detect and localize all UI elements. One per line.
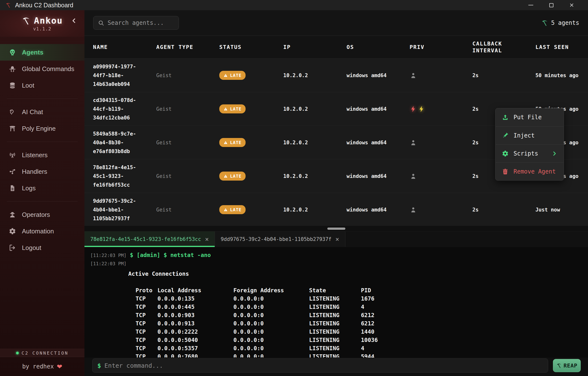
sidebar-item-loot[interactable]: Loot — [0, 77, 84, 94]
agent-callback-interval: 2s — [472, 207, 536, 213]
column-header-agent-type: AGENT TYPE — [156, 44, 219, 50]
menu-item-label: Scripts — [514, 150, 538, 157]
agent-row[interactable]: 9dd97675-39c2-4b04-bbe1-1105bb27937f Gei… — [84, 193, 588, 226]
menu-item-inject[interactable]: Inject — [495, 126, 564, 144]
terminal-tab[interactable]: 9dd97675-39c2-4b04-bbe1-1105bb27937f × — [215, 231, 345, 247]
antenna-icon — [9, 151, 16, 159]
agent-row[interactable]: a0909974-1977-44f7-b18e-14b63a0eb094 Gei… — [84, 59, 588, 92]
agent-ip: 10.2.0.2 — [283, 106, 346, 112]
terminal-resize-handle[interactable] — [327, 228, 345, 230]
sidebar-item-listeners[interactable]: Listeners — [0, 147, 84, 163]
agent-ip: 10.2.0.2 — [283, 73, 346, 78]
sidebar-item-logout[interactable]: Logout — [0, 240, 84, 256]
agent-type: Geist — [156, 140, 219, 146]
menu-item-label: Remove Agent — [514, 168, 556, 175]
menu-item-remove-agent[interactable]: Remove Agent — [495, 162, 564, 180]
minimize-icon — [528, 5, 533, 5]
search-input[interactable] — [108, 20, 174, 26]
netstat-output: Active Connections Proto Local Address F… — [90, 270, 588, 357]
sidebar-item-label: Logout — [22, 244, 41, 252]
agent-callback-interval: 2s — [472, 73, 536, 78]
minimize-button[interactable] — [523, 0, 538, 10]
skull-icon — [9, 49, 16, 56]
sidebar-collapse-button[interactable] — [70, 17, 78, 25]
sidebar-item-logs[interactable]: Logs — [0, 180, 84, 196]
sidebar-item-label: AI Chat — [22, 108, 43, 116]
sidebar-item-label: Agents — [22, 49, 43, 56]
chevron-right-icon — [551, 151, 557, 157]
agent-os: windows amd64 — [346, 207, 410, 213]
octopus-icon — [9, 65, 16, 73]
maximize-button[interactable] — [544, 0, 559, 10]
sidebar-item-poly-engine[interactable]: Poly Engine — [0, 120, 84, 137]
document-icon — [9, 185, 16, 192]
nav-divider — [7, 201, 78, 201]
netstat-title: Active Connections — [128, 270, 588, 278]
warning-icon — [223, 140, 228, 145]
agents-count-badge: 5 agents — [541, 20, 579, 26]
sidebar-item-label: Global Commands — [22, 65, 74, 73]
reap-button[interactable]: REAP — [553, 359, 581, 372]
yellow-bolt-icon — [418, 105, 425, 113]
scythe-icon — [541, 20, 548, 26]
warning-icon — [223, 208, 228, 212]
netstat-row: TCP0.0.0.0:4450.0.0.0:0LISTENING4 — [136, 303, 588, 311]
agent-type: Geist — [156, 173, 219, 179]
heart-icon: ❤ — [57, 363, 62, 370]
database-icon — [9, 82, 16, 89]
sidebar-item-global-commands[interactable]: Global Commands — [0, 61, 84, 77]
agent-name: 5849a588-9c7e-40a4-8b30-e76af803b8db — [93, 129, 142, 156]
agent-priv — [410, 206, 472, 213]
column-header-os: OS — [346, 44, 410, 50]
log-timestamp: [11:22:03 PM] — [90, 260, 126, 268]
window-title: Ankou C2 Dashboard — [15, 2, 73, 9]
agent-priv — [410, 139, 472, 146]
sidebar-item-handlers[interactable]: Handlers — [0, 163, 84, 180]
close-button[interactable] — [564, 0, 579, 10]
scythe-logo-icon — [22, 16, 31, 25]
column-header-status: STATUS — [219, 44, 283, 50]
sidebar-item-ai-chat[interactable]: AI Chat — [0, 104, 84, 120]
netstat-row: TCP0.0.0.0:76800.0.0.0:0LISTENING5944 — [136, 352, 588, 357]
status-badge: LATE — [219, 205, 246, 214]
sidebar-item-operators[interactable]: Operators — [0, 206, 84, 223]
tab-close-icon[interactable]: × — [335, 236, 339, 242]
agent-last-seen: 50 minutes ago — [536, 73, 588, 78]
connection-status-dot — [16, 352, 19, 354]
column-header-name: NAME — [93, 44, 156, 50]
agent-priv — [410, 173, 472, 180]
trash-icon — [502, 168, 509, 175]
sidebar-item-label: Listeners — [22, 151, 48, 159]
agent-priv-admin — [410, 105, 472, 113]
tab-close-icon[interactable]: × — [205, 236, 209, 242]
netstat-row: TCP0.0.0.0:53570.0.0.0:0LISTENING4 — [136, 344, 588, 352]
topbar: 5 agents — [84, 10, 588, 36]
agent-type: Geist — [156, 207, 219, 213]
netstat-row: TCP0.0.0.0:1350.0.0.0:0LISTENING1676 — [136, 294, 588, 303]
spy-icon — [9, 211, 16, 218]
logout-icon — [9, 244, 16, 251]
command-bar: $ REAP — [84, 357, 588, 376]
terminal-tab-active[interactable]: 78e812fa-4e15-45c1-9323-fe16fb6f53cc × — [84, 231, 215, 247]
user-icon — [410, 139, 417, 146]
panel-resize-strip — [84, 226, 588, 231]
column-header-callback-interval: CALLBACK INTERVAL — [472, 40, 511, 54]
status-badge: LATE — [219, 104, 246, 113]
menu-item-label: Put File — [514, 114, 542, 121]
menu-item-scripts[interactable]: Scripts — [495, 144, 564, 162]
warning-icon — [223, 73, 228, 78]
agent-name: 9dd97675-39c2-4b04-bbe1-1105bb27937f — [93, 197, 142, 223]
sidebar-item-automation[interactable]: Automation — [0, 223, 84, 240]
maximize-icon — [549, 3, 553, 7]
nav-divider — [7, 99, 78, 99]
sidebar-item-agents[interactable]: Agents — [0, 44, 84, 61]
status-badge: LATE — [219, 71, 246, 80]
terminal-output: [11:22:03 PM] $ [admin] $ netstat -ano [… — [84, 247, 588, 357]
command-input[interactable] — [105, 362, 543, 369]
menu-item-put-file[interactable]: Put File — [495, 108, 564, 126]
warning-icon — [223, 107, 228, 111]
agent-name: a0909974-1977-44f7-b18e-14b63a0eb094 — [93, 62, 142, 89]
terminal-tabbar: 78e812fa-4e15-45c1-9323-fe16fb6f53cc × 9… — [84, 231, 588, 247]
credit-line: by redhex ❤ — [0, 357, 84, 376]
agent-context-menu: Put File Inject Scripts Remove Agent — [495, 108, 564, 181]
